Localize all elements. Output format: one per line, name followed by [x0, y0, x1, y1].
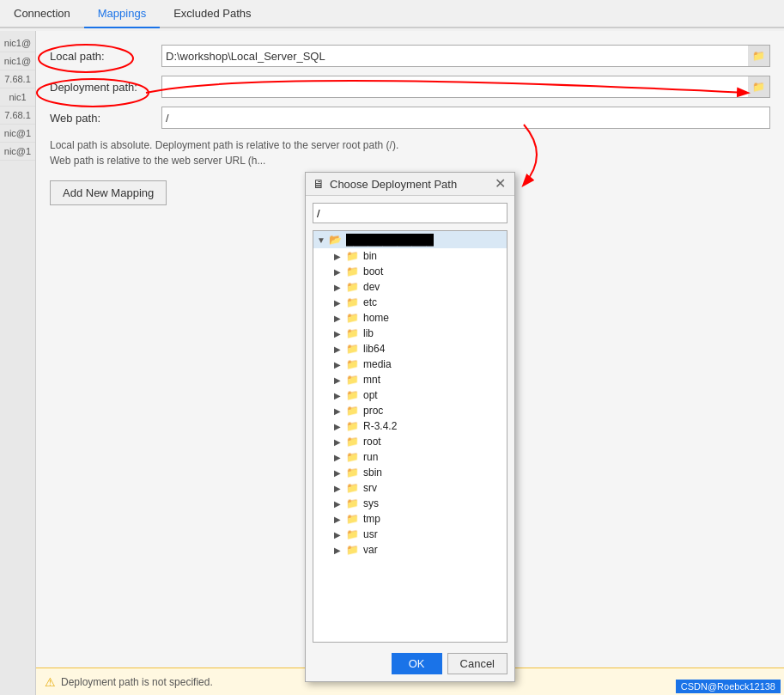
tab-mappings[interactable]: Mappings: [84, 0, 160, 28]
deployment-path-browse-button[interactable]: 📁: [748, 76, 770, 98]
add-new-mapping-button[interactable]: Add New Mapping: [50, 180, 167, 205]
tree-item-opt[interactable]: ▶ 📁 opt: [313, 387, 507, 403]
dialog-path-input[interactable]: [313, 203, 507, 223]
tree-item-home[interactable]: ▶ 📁 home: [313, 310, 507, 326]
tree-item-label: usr: [363, 528, 378, 540]
tree-item-r342[interactable]: ▶ 📁 R-3.4.2: [313, 418, 507, 434]
tree-item-sbin[interactable]: ▶ 📁 sbin: [313, 465, 507, 480]
warning-text: Deployment path is not specified.: [61, 676, 213, 688]
tree-item-lib64[interactable]: ▶ 📁 lib64: [313, 341, 507, 357]
tree-item-chevron: ▶: [334, 484, 346, 493]
tree-root-chevron: ▼: [317, 235, 329, 245]
sidebar: nic1@ nic1@ 7.68.1 nic1 7.68.1 nic@1 nic…: [0, 31, 36, 695]
sidebar-item-5[interactable]: 7.68.1: [0, 107, 35, 125]
choose-deployment-path-dialog: 🖥 Choose Deployment Path ✕ ▼ 📂 █████████…: [305, 172, 515, 682]
tree-item-folder-icon: 📁: [346, 389, 360, 401]
tree-view[interactable]: ▼ 📂 ████████████ ▶ 📁 bin ▶ 📁 boot ▶ 📁 de…: [313, 230, 507, 643]
dialog-footer: OK Cancel: [306, 649, 514, 681]
tree-item-lib[interactable]: ▶ 📁 lib: [313, 326, 507, 341]
tree-item-folder-icon: 📁: [346, 497, 360, 509]
tree-item-run[interactable]: ▶ 📁 run: [313, 449, 507, 465]
tree-item-folder-icon: 📁: [346, 358, 360, 370]
tab-connection[interactable]: Connection: [0, 0, 84, 27]
tree-item-label: sbin: [363, 466, 382, 479]
tree-item-label: bin: [363, 250, 377, 262]
dialog-close-button[interactable]: ✕: [493, 177, 507, 191]
tree-item-label: home: [363, 312, 389, 324]
tree-item-label: lib64: [363, 343, 385, 355]
tree-item-usr[interactable]: ▶ 📁 usr: [313, 527, 507, 542]
sidebar-item-6[interactable]: nic@1: [0, 125, 35, 143]
web-path-input-wrap: [161, 107, 770, 129]
tree-item-chevron: ▶: [334, 344, 346, 354]
sidebar-item-2[interactable]: nic1@: [0, 52, 35, 70]
tree-item-folder-icon: 📁: [346, 528, 360, 540]
dialog-titlebar: 🖥 Choose Deployment Path ✕: [306, 173, 514, 196]
tree-item-proc[interactable]: ▶ 📁 proc: [313, 403, 507, 418]
tree-item-chevron: ▶: [334, 314, 346, 323]
tree-item-label: srv: [363, 482, 377, 494]
tree-item-boot[interactable]: ▶ 📁 boot: [313, 264, 507, 279]
tree-item-chevron: ▶: [334, 437, 346, 447]
tree-root-folder-icon: 📂: [329, 234, 343, 246]
tree-item-folder-icon: 📁: [346, 374, 360, 386]
tree-item-bin[interactable]: ▶ 📁 bin: [313, 248, 507, 264]
info-text: Local path is absolute. Deployment path …: [50, 137, 770, 168]
tree-item-folder-icon: 📁: [346, 250, 360, 262]
tree-item-chevron: ▶: [334, 391, 346, 400]
folder-icon: 📁: [752, 50, 765, 62]
tree-item-folder-icon: 📁: [346, 466, 360, 479]
local-path-browse-button[interactable]: 📁: [748, 45, 770, 67]
tree-item-tmp[interactable]: ▶ 📁 tmp: [313, 511, 507, 527]
tree-item-label: etc: [363, 296, 377, 308]
tree-root-label: ████████████: [346, 234, 434, 246]
folder-icon-2: 📁: [752, 81, 765, 93]
tree-item-chevron: ▶: [334, 360, 346, 369]
tree-item-folder-icon: 📁: [346, 281, 360, 293]
dialog-title-icon: 🖥: [313, 177, 325, 191]
tree-item-label: media: [363, 358, 392, 370]
tree-item-chevron: ▶: [334, 406, 346, 416]
sidebar-item-7[interactable]: nic@1: [0, 143, 35, 161]
deployment-path-label: Deployment path:: [50, 81, 161, 94]
tree-item-root[interactable]: ▶ 📁 root: [313, 434, 507, 449]
web-path-input[interactable]: [161, 107, 770, 129]
tree-item-label: opt: [363, 389, 378, 401]
tree-item-etc[interactable]: ▶ 📁 etc: [313, 295, 507, 310]
tree-item-media[interactable]: ▶ 📁 media: [313, 357, 507, 372]
tree-item-chevron: ▶: [334, 515, 346, 524]
dialog-ok-button[interactable]: OK: [392, 653, 442, 674]
tree-item-dev[interactable]: ▶ 📁 dev: [313, 279, 507, 295]
tree-item-folder-icon: 📁: [346, 405, 360, 417]
tree-root-node[interactable]: ▼ 📂 ████████████: [313, 231, 507, 248]
tab-bar: Connection Mappings Excluded Paths: [0, 0, 784, 28]
tree-item-folder-icon: 📁: [346, 451, 360, 463]
tree-item-folder-icon: 📁: [346, 265, 360, 277]
local-path-label: Local path:: [50, 50, 161, 63]
dialog-title-text: Choose Deployment Path: [330, 178, 493, 191]
tree-item-label: lib: [363, 327, 374, 339]
tree-item-label: run: [363, 451, 378, 463]
tree-item-label: dev: [363, 281, 380, 293]
sidebar-item-3[interactable]: 7.68.1: [0, 70, 35, 88]
tree-item-label: var: [363, 544, 378, 556]
deployment-path-input[interactable]: [161, 76, 770, 98]
tree-item-folder-icon: 📁: [346, 544, 360, 556]
tree-item-label: proc: [363, 405, 383, 417]
local-path-input[interactable]: [161, 45, 770, 67]
tree-item-label: R-3.4.2: [363, 420, 397, 432]
tree-item-chevron: ▶: [334, 329, 346, 338]
tree-item-sys[interactable]: ▶ 📁 sys: [313, 496, 507, 511]
tab-excluded-paths[interactable]: Excluded Paths: [160, 0, 264, 27]
deployment-path-row: Deployment path: 📁: [50, 76, 770, 98]
tree-item-var[interactable]: ▶ 📁 var: [313, 542, 507, 558]
web-path-label: Web path:: [50, 112, 161, 125]
sidebar-item-4[interactable]: nic1: [0, 88, 35, 107]
tree-item-label: root: [363, 436, 381, 448]
tree-item-chevron: ▶: [334, 530, 346, 540]
tree-item-folder-icon: 📁: [346, 513, 360, 525]
dialog-cancel-button[interactable]: Cancel: [447, 653, 507, 674]
tree-item-mnt[interactable]: ▶ 📁 mnt: [313, 372, 507, 387]
sidebar-item-1[interactable]: nic1@: [0, 34, 35, 52]
tree-item-srv[interactable]: ▶ 📁 srv: [313, 480, 507, 496]
